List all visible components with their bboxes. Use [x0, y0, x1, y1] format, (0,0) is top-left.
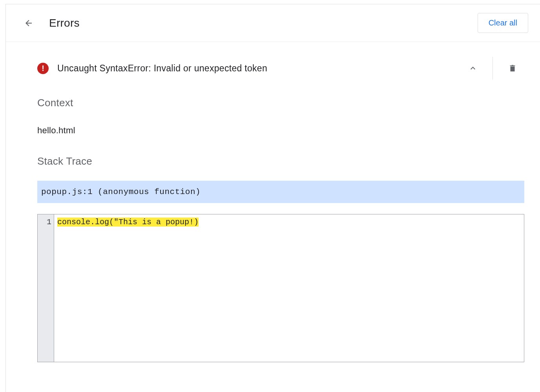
page-title: Errors	[49, 17, 80, 29]
code-gutter: 1	[38, 214, 54, 362]
error-actions	[461, 57, 524, 80]
error-header-row: ! Uncaught SyntaxError: Invalid or unexp…	[22, 42, 524, 94]
content-area: ! Uncaught SyntaxError: Invalid or unexp…	[6, 42, 540, 362]
collapse-button[interactable]	[461, 57, 485, 80]
delete-button[interactable]	[501, 57, 524, 80]
separator	[493, 57, 493, 80]
trash-icon	[508, 63, 517, 73]
header-left: Errors	[24, 17, 80, 29]
stack-trace-entry[interactable]: popup.js:1 (anonymous function)	[37, 181, 524, 203]
error-message: Uncaught SyntaxError: Invalid or unexpec…	[57, 63, 267, 74]
code-area: console.log("This is a popup!)	[54, 214, 524, 362]
error-details: Context hello.html Stack Trace popup.js:…	[22, 97, 524, 362]
code-viewer: 1 console.log("This is a popup!)	[37, 214, 524, 362]
page-header: Errors Clear all	[6, 4, 540, 42]
stack-trace-heading: Stack Trace	[37, 155, 524, 167]
code-line-highlighted: console.log("This is a popup!)	[57, 218, 199, 227]
context-heading: Context	[37, 97, 524, 109]
error-icon: !	[37, 63, 49, 74]
line-number: 1	[38, 218, 51, 227]
back-button[interactable]	[24, 18, 33, 28]
context-file: hello.html	[37, 125, 524, 136]
chevron-up-icon	[468, 64, 478, 73]
clear-all-button[interactable]: Clear all	[478, 13, 528, 33]
error-left: ! Uncaught SyntaxError: Invalid or unexp…	[37, 63, 267, 74]
arrow-left-icon	[24, 18, 33, 28]
